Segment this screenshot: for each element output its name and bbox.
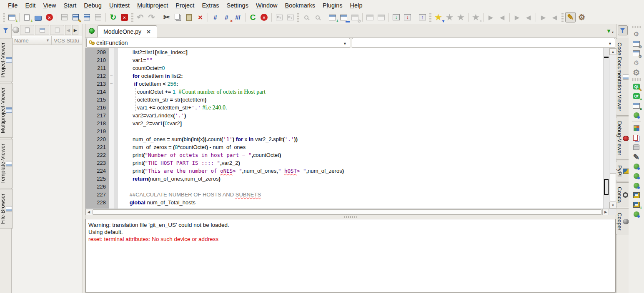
vertical-scroll-thumb[interactable] (610, 173, 616, 201)
project-forms-tab[interactable] (35, 25, 49, 35)
vcs-update-icon[interactable]: ↓ (391, 12, 401, 22)
right-tab-cooper[interactable]: Cooper (616, 208, 630, 235)
save-as-icon[interactable]: ✎ (70, 12, 81, 22)
line-number[interactable]: 213 (85, 80, 106, 88)
cut-icon[interactable]: ✂ (161, 12, 172, 22)
settings-gear-icon[interactable]: ⚙ (631, 68, 641, 77)
scroll-right-icon[interactable]: ▶ (602, 209, 609, 215)
shell-output[interactable]: Warning: translation file 'git_en_US' co… (85, 219, 616, 293)
right-filter-icon[interactable] (618, 25, 628, 35)
delete-icon[interactable]: × (195, 12, 205, 22)
project-tree-area[interactable] (12, 45, 82, 293)
warning-next-icon[interactable]: ▶ (538, 12, 549, 22)
editor-tab-moduleone[interactable]: ModuleOne.py ✕ (97, 25, 157, 37)
fold-marker-icon[interactable]: − (109, 72, 114, 80)
secondary-combobox[interactable]: ▼ (352, 38, 615, 48)
line-number[interactable]: 210 (85, 56, 106, 64)
horizontal-scrollbar[interactable]: ◀ ▶ (85, 209, 616, 215)
menu-settings[interactable]: Settings (223, 1, 252, 10)
qt-designer-icon[interactable]: Qt✎ (631, 82, 641, 91)
project-close-icon[interactable]: ⊘ (350, 12, 360, 22)
conda-packages-icon[interactable]: + (631, 200, 641, 209)
sql-browser-icon[interactable] (631, 143, 641, 152)
menu-plugins[interactable]: Plugins (319, 1, 346, 10)
copy-icon[interactable] (173, 12, 183, 22)
change-prev-icon[interactable]: ◀ (523, 12, 534, 22)
vertical-scrollbar[interactable]: ▲ ▼ (609, 48, 616, 209)
warning-prev-icon[interactable]: ◀ (549, 12, 560, 22)
line-number[interactable]: 217 (85, 112, 106, 119)
toggle-comment-icon[interactable]: #/ (233, 12, 243, 22)
cooperation-tools-icon[interactable] (631, 210, 641, 219)
line-number[interactable]: 227 (85, 191, 106, 199)
menu-file[interactable]: File (4, 1, 21, 10)
menu-help[interactable]: Help (346, 1, 366, 10)
line-number[interactable]: 228 (85, 199, 106, 206)
right-tab-code-documentation-viewer[interactable]: Code Documentation Viewer (616, 38, 630, 116)
icon-editor-icon[interactable] (631, 124, 641, 133)
code-text-area[interactable]: list2=list1[slice_Index:] var1="" countO… (118, 48, 603, 209)
line-number[interactable]: 212 (85, 72, 106, 80)
line-number[interactable]: 220 (85, 135, 106, 143)
undo-icon[interactable]: ↶ (135, 12, 145, 22)
task-next-icon[interactable]: ▶ (486, 12, 496, 22)
bookmark-next-icon[interactable]: ★ (444, 12, 455, 22)
menu-edit[interactable]: Edit (21, 1, 39, 10)
virtualenv-manager-icon[interactable] (631, 171, 641, 181)
line-number-margin[interactable]: 2092102112122132142152162172182192202212… (85, 48, 109, 209)
virtualenv-icon[interactable] (631, 162, 641, 171)
project-sources-tab[interactable] (20, 25, 34, 35)
menu-unittest[interactable]: Unittest (105, 1, 133, 10)
project-add-icon[interactable]: + (327, 12, 338, 22)
fold-margin[interactable]: −− (109, 48, 114, 209)
column-header-name[interactable]: Name▼ (12, 37, 51, 44)
menu-multiproject[interactable]: Multiproject (133, 1, 172, 10)
line-number[interactable]: 223 (85, 159, 106, 167)
project-others-tab[interactable] (50, 25, 64, 35)
search-files-icon[interactable] (312, 12, 323, 22)
line-number[interactable]: 215 (85, 96, 106, 104)
search-icon[interactable] (301, 12, 311, 22)
line-number[interactable]: 218 (85, 119, 106, 127)
subtabs-prev-icon[interactable]: ◀ (65, 25, 71, 35)
change-next-icon[interactable]: ▶ (512, 12, 522, 22)
left-tab-project-viewer[interactable]: Project-Viewer (0, 38, 13, 82)
line-number[interactable]: 216 (85, 104, 106, 112)
paste-icon[interactable] (184, 12, 194, 22)
right-tab-conda[interactable]: Conda (616, 182, 629, 207)
line-number[interactable]: 214 (85, 88, 106, 96)
line-number[interactable]: 219 (85, 127, 106, 135)
project-saveas-icon[interactable] (376, 12, 386, 22)
project-properties-icon[interactable]: ▬ (338, 12, 349, 22)
project-save-icon[interactable] (365, 12, 375, 22)
bookmark-toggle-icon[interactable]: ★▾ (433, 12, 444, 22)
python-editor-icon[interactable]: Py (285, 12, 296, 22)
preferences-wrench-icon[interactable]: ⚙ (631, 30, 641, 39)
line-number[interactable]: 211 (85, 64, 106, 72)
save-icon[interactable] (59, 12, 70, 22)
save-all-icon[interactable] (82, 12, 92, 22)
hex-editor-icon[interactable]: ✎ (631, 152, 641, 161)
ui-previewer-icon[interactable]: ● (631, 101, 641, 110)
scroll-down-icon[interactable]: ▼ (609, 202, 616, 209)
spanner-icon[interactable]: ⚙ (576, 12, 587, 22)
close-tab-icon[interactable]: ✕ (146, 29, 151, 35)
horizontal-splitter[interactable] (85, 215, 616, 219)
task-prev-icon[interactable]: ◀ (497, 12, 507, 22)
scroll-up-icon[interactable]: ▲ (609, 48, 616, 55)
bookmark-prev-icon[interactable]: ★ (456, 12, 466, 22)
qt-linguist-icon[interactable]: Qt+ (631, 92, 641, 101)
translations-previewer-icon[interactable] (631, 111, 641, 120)
menu-window[interactable]: Window (252, 1, 281, 10)
line-number[interactable]: 224 (85, 167, 106, 175)
stop-icon[interactable]: × (259, 12, 269, 22)
comment-icon[interactable]: # (210, 12, 221, 22)
goto-symbol-combobox[interactable]: exitFunction ▼ (86, 38, 350, 48)
bookmark-clear-icon[interactable]: ★× (471, 12, 481, 22)
menu-project[interactable]: Project (172, 1, 198, 10)
close-icon[interactable]: × (44, 12, 55, 22)
configure-window-icon[interactable]: ⚙ (631, 39, 641, 48)
horizontal-scroll-thumb[interactable] (93, 209, 602, 215)
column-header-vcs[interactable]: VCS Statu (52, 37, 79, 44)
line-number[interactable]: 221 (85, 143, 106, 151)
